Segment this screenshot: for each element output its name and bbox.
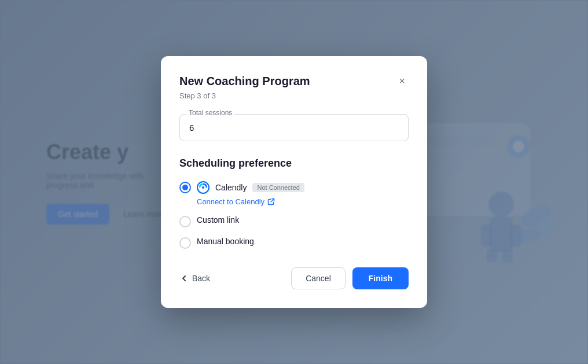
footer-actions: Cancel Finish xyxy=(291,267,409,289)
modal-backdrop: New Coaching Program × Step 3 of 3 Total… xyxy=(0,0,588,364)
calendly-label-row: Calendly Not Connected xyxy=(197,181,304,194)
manual-booking-label-row: Manual booking xyxy=(197,237,254,246)
manual-booking-content: Manual booking xyxy=(197,237,254,246)
total-sessions-label: Total sessions xyxy=(186,109,234,117)
back-chevron-icon xyxy=(179,274,189,283)
custom-link-radio[interactable] xyxy=(179,216,191,227)
custom-link-label: Custom link xyxy=(197,215,239,225)
total-sessions-input[interactable] xyxy=(179,114,409,141)
custom-link-content: Custom link xyxy=(197,215,239,225)
modal-step: Step 3 of 3 xyxy=(179,91,409,100)
calendly-label: Calendly xyxy=(215,183,247,192)
manual-booking-option[interactable]: Manual booking xyxy=(179,237,409,249)
modal-title: New Coaching Program xyxy=(179,75,310,88)
manual-booking-label: Manual booking xyxy=(197,237,254,246)
scheduling-options: Calendly Not Connected Connect to Calend… xyxy=(179,181,409,249)
scheduling-section-title: Scheduling preference xyxy=(179,157,409,170)
calendly-radio-inner xyxy=(182,185,188,190)
manual-booking-radio[interactable] xyxy=(179,237,191,249)
connect-to-calendly-link[interactable]: Connect to Calendly xyxy=(197,197,304,206)
modal-header: New Coaching Program × xyxy=(179,75,409,88)
calendly-logo-svg xyxy=(199,183,207,192)
calendly-icon xyxy=(197,181,210,194)
not-connected-badge: Not Connected xyxy=(252,183,304,192)
modal-close-button[interactable]: × xyxy=(395,75,409,87)
cancel-button[interactable]: Cancel xyxy=(291,267,346,289)
calendly-option[interactable]: Calendly Not Connected Connect to Calend… xyxy=(179,181,409,206)
modal-footer: Back Cancel Finish xyxy=(179,267,409,289)
custom-link-label-row: Custom link xyxy=(197,215,239,225)
calendly-radio[interactable] xyxy=(179,182,191,193)
modal-container: New Coaching Program × Step 3 of 3 Total… xyxy=(161,56,427,308)
calendly-content: Calendly Not Connected Connect to Calend… xyxy=(197,181,304,206)
total-sessions-field: Total sessions xyxy=(179,114,409,141)
back-label: Back xyxy=(192,274,210,283)
back-button[interactable]: Back xyxy=(179,274,210,283)
custom-link-option[interactable]: Custom link xyxy=(179,215,409,227)
connect-link-text: Connect to Calendly xyxy=(197,197,264,206)
external-link-icon xyxy=(267,198,275,205)
finish-button[interactable]: Finish xyxy=(352,267,409,289)
svg-point-16 xyxy=(202,186,204,189)
